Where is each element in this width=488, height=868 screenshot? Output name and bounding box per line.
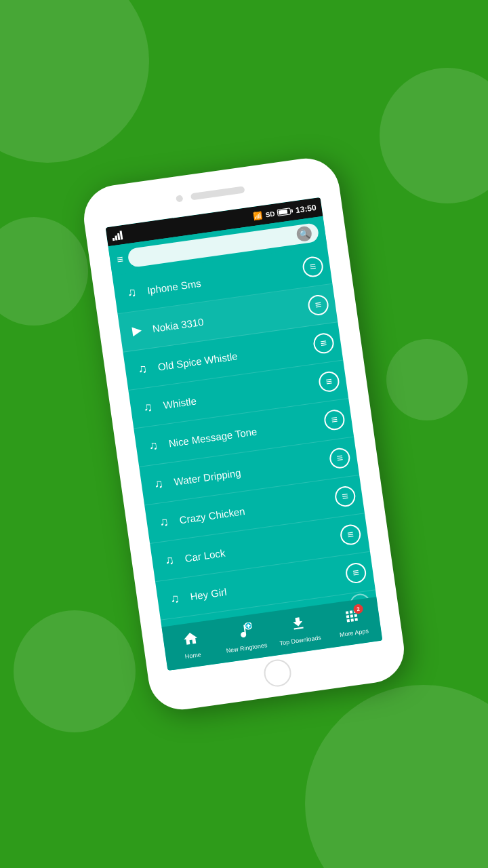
music-note-icon: ♫ <box>148 475 170 492</box>
music-note-icon: ♫ <box>121 284 143 301</box>
more-apps-label: More Apps <box>339 627 369 639</box>
wifi-icon: 📶 <box>253 211 264 221</box>
nav-item-more-apps[interactable]: 2 More Apps <box>324 604 382 641</box>
nav-item-top-downloads[interactable]: Top Downloads <box>270 612 327 648</box>
bg-circle-2 <box>380 68 488 203</box>
speaker-bar <box>190 186 245 200</box>
menu-icon[interactable]: ≡ <box>116 254 123 265</box>
home-button[interactable] <box>262 658 293 688</box>
clock: 13:50 <box>295 203 317 215</box>
ringtone-menu-button[interactable]: ≡ <box>333 485 357 508</box>
ringtone-menu-button[interactable]: ≡ <box>328 447 351 470</box>
phone-screen: 📶 SD 13:50 ≡ 🔍 ♫ Iphone Sms ≡ <box>106 197 383 671</box>
ringtone-menu-button[interactable]: ≡ <box>307 294 330 317</box>
ringtone-menu-button[interactable]: ≡ <box>339 524 362 547</box>
phone-shell: 📶 SD 13:50 ≡ 🔍 ♫ Iphone Sms ≡ <box>80 154 409 713</box>
memory-icon: SD <box>265 210 275 218</box>
bg-circle-6 <box>386 339 468 420</box>
play-icon: ▶ <box>126 321 148 339</box>
signal-icon <box>112 231 123 241</box>
status-left <box>112 231 123 241</box>
phone-speaker <box>176 186 245 202</box>
speaker-dot <box>176 195 183 202</box>
music-note-icon: ♫ <box>142 437 165 454</box>
ringtone-menu-button[interactable]: ≡ <box>323 408 346 431</box>
bg-circle-5 <box>14 610 136 732</box>
music-note-icon: ♫ <box>153 513 176 530</box>
music-note-icon: ♫ <box>131 360 154 377</box>
bg-circle-1 <box>0 0 149 163</box>
home-icon <box>182 629 201 652</box>
bg-circle-3 <box>0 217 88 326</box>
new-ringtones-icon <box>235 622 254 644</box>
top-downloads-icon <box>289 614 308 637</box>
more-apps-icon: 2 <box>342 607 361 629</box>
music-note-icon: ♫ <box>137 399 159 416</box>
music-note-icon: ♫ <box>159 552 181 569</box>
top-downloads-label: Top Downloads <box>279 634 321 647</box>
battery-icon <box>277 208 291 216</box>
search-icon[interactable]: 🔍 <box>296 225 312 242</box>
ringtone-menu-button[interactable]: ≡ <box>302 256 325 279</box>
home-label: Home <box>184 651 201 660</box>
ringtone-menu-button[interactable]: ≡ <box>344 561 367 585</box>
nav-item-new-ringtones[interactable]: New Ringtones <box>216 619 274 656</box>
bg-circle-4 <box>305 685 488 868</box>
new-ringtones-label: New Ringtones <box>226 642 268 654</box>
nav-item-home[interactable]: Home <box>163 627 220 664</box>
ringtone-menu-button[interactable]: ≡ <box>312 332 336 355</box>
music-note-icon: ♫ <box>163 590 186 607</box>
svg-line-2 <box>246 626 250 627</box>
ringtone-list: ♫ Iphone Sms ≡ ▶ Nokia 3310 ≡ ♫ Old Spic… <box>113 245 377 627</box>
ringtone-menu-button[interactable]: ≡ <box>318 370 341 393</box>
